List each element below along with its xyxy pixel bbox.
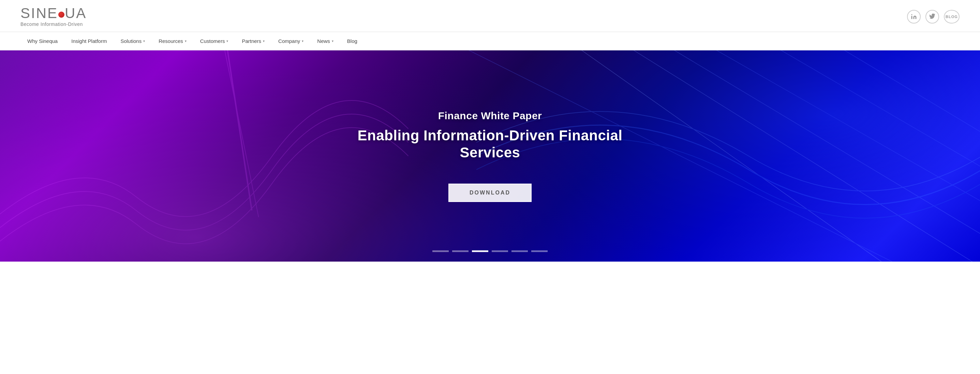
slider-dots <box>433 250 547 252</box>
slider-dot-4[interactable] <box>492 250 508 252</box>
nav-customers[interactable]: Customers ▾ <box>193 32 235 50</box>
slider-dot-3[interactable] <box>472 250 488 252</box>
hero-banner: Finance White Paper Enabling Information… <box>0 51 980 261</box>
site-header: SINEUA Become Information-Driven BLOG <box>0 0 980 32</box>
nav-news[interactable]: News ▾ <box>310 32 340 50</box>
svg-rect-0 <box>912 16 913 19</box>
blog-icon[interactable]: BLOG <box>944 10 959 24</box>
blog-label: BLOG <box>945 15 958 19</box>
news-dropdown-arrow: ▾ <box>332 39 334 43</box>
nav-why-sinequa[interactable]: Why Sinequa <box>21 32 64 50</box>
logo[interactable]: SINEUA Become Information-Driven <box>21 6 87 27</box>
slider-dot-2[interactable] <box>452 250 469 252</box>
nav-company[interactable]: Company ▾ <box>271 32 310 50</box>
hero-content: Finance White Paper Enabling Information… <box>337 110 643 202</box>
resources-dropdown-arrow: ▾ <box>185 39 186 43</box>
linkedin-icon[interactable] <box>907 10 921 24</box>
partners-dropdown-arrow: ▾ <box>263 39 265 43</box>
logo-wordmark: SINEUA <box>21 6 87 21</box>
nav-resources[interactable]: Resources ▾ <box>152 32 193 50</box>
hero-subtitle: Finance White Paper <box>438 110 542 122</box>
hero-title: Enabling Information-Driven Financial Se… <box>337 127 643 162</box>
twitter-icon[interactable] <box>926 10 939 24</box>
nav-solutions[interactable]: Solutions ▾ <box>113 32 152 50</box>
logo-tagline: Become Information-Driven <box>21 21 87 27</box>
svg-point-1 <box>912 14 913 15</box>
customers-dropdown-arrow: ▾ <box>226 39 228 43</box>
slider-dot-5[interactable] <box>511 250 528 252</box>
hero-download-button[interactable]: DOWNLOAD <box>449 184 531 202</box>
solutions-dropdown-arrow: ▾ <box>143 39 145 43</box>
social-icons-group: BLOG <box>907 10 959 24</box>
main-navigation: Why Sinequa Insight Platform Solutions ▾… <box>0 32 980 51</box>
company-dropdown-arrow: ▾ <box>302 39 304 43</box>
nav-partners[interactable]: Partners ▾ <box>235 32 271 50</box>
nav-insight-platform[interactable]: Insight Platform <box>64 32 113 50</box>
slider-dot-6[interactable] <box>531 250 547 252</box>
nav-blog[interactable]: Blog <box>340 32 364 50</box>
slider-dot-1[interactable] <box>433 250 449 252</box>
